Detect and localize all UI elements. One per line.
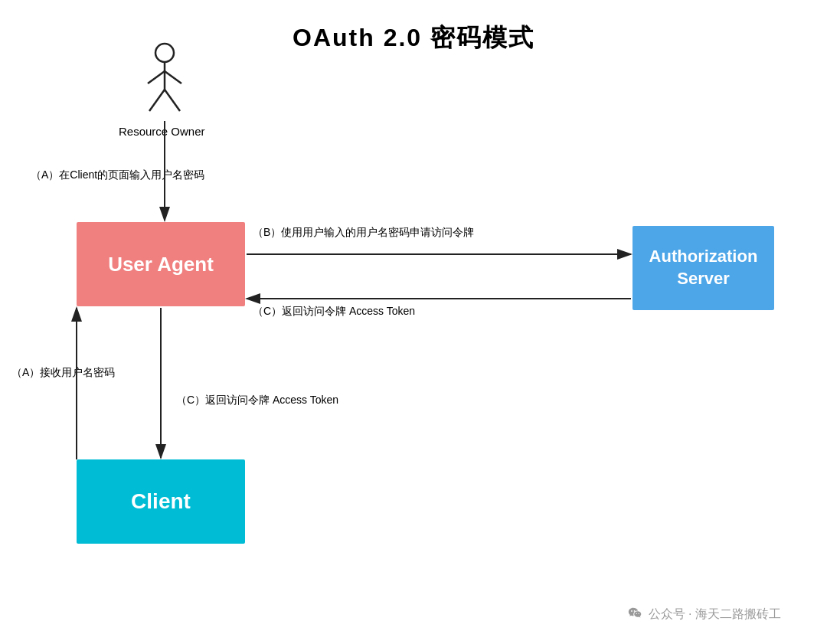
auth-server-label: Authorization Server [649, 246, 758, 289]
svg-line-5 [165, 90, 180, 111]
wechat-icon [627, 606, 644, 623]
watermark-text: 公众号 · 海天二路搬砖工 [649, 606, 781, 623]
label-step-c-bottom: （C）返回访问令牌 Access Token [176, 394, 338, 407]
label-step-c-top: （C）返回访问令牌 Access Token [253, 305, 415, 319]
svg-line-2 [148, 71, 165, 83]
user-agent-label: User Agent [108, 253, 214, 276]
page-title: OAuth 2.0 密码模式 [0, 0, 827, 55]
user-agent-box: User Agent [77, 222, 245, 306]
label-step-a-top: （A）在Client的页面输入用户名密码 [31, 168, 204, 182]
svg-point-0 [155, 44, 174, 62]
svg-line-3 [165, 71, 181, 83]
client-label: Client [131, 489, 191, 514]
diagram-arrows [0, 0, 827, 644]
auth-server-box: Authorization Server [633, 226, 774, 310]
resource-owner-label: Resource Owner [119, 125, 205, 138]
resource-owner-figure [142, 42, 188, 119]
client-box: Client [77, 459, 245, 544]
label-step-a-bottom: （A）接收用户名密码 [11, 366, 115, 380]
svg-line-4 [149, 90, 165, 111]
footer-watermark: 公众号 · 海天二路搬砖工 [627, 606, 781, 623]
label-step-b: （B）使用用户输入的用户名密码申请访问令牌 [253, 226, 474, 240]
